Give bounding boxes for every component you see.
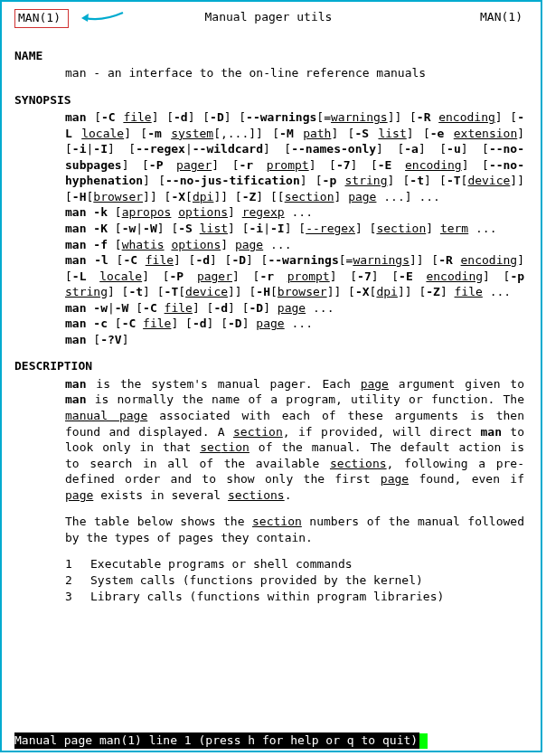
manpage-header: MAN(1) Manual pager utils MAN(1) (14, 9, 528, 28)
section-title-synopsis: SYNOPSIS (14, 92, 528, 109)
header-left-highlight: MAN(1) (14, 9, 69, 28)
list-item: 1 Executable programs or shell commands (65, 556, 528, 572)
synopsis-block-5: man -l [-C file] [-d] [-D] [--warnings[=… (65, 252, 524, 300)
synopsis-block-4: man -f [whatis options] page ... (65, 237, 524, 253)
section-title-description: DESCRIPTION (14, 358, 528, 374)
description-para-2: The table below shows the section number… (65, 514, 524, 545)
annotation-arrow-icon (80, 11, 125, 24)
status-text: Manual page man(1) line 1 (press h for h… (14, 732, 419, 749)
cursor-icon (419, 733, 428, 749)
manpage-content[interactable]: MAN(1) Manual pager utils MAN(1) NAME ma… (2, 2, 541, 732)
list-item: 3 Library calls (functions within progra… (65, 589, 528, 605)
synopsis-block-7: man -c [-C file] [-d] [-D] page ... (65, 316, 524, 332)
header-center: Manual pager utils (69, 9, 468, 25)
terminal-frame: MAN(1) Manual pager utils MAN(1) NAME ma… (0, 0, 542, 752)
section-list: 1 Executable programs or shell commands … (65, 556, 528, 604)
section-title-name: NAME (14, 48, 528, 64)
synopsis-block-8: man [-?V] (65, 332, 524, 348)
synopsis-block-2: man -k [apropos options] regexp ... (65, 204, 524, 221)
list-item: 2 System calls (functions provided by th… (65, 572, 528, 589)
synopsis-block-6: man -w|-W [-C file] [-d] [-D] page ... (65, 300, 524, 317)
synopsis-block-1: man [-C file] [-d] [-D] [--warnings[=war… (65, 109, 524, 204)
header-right: MAN(1) (468, 9, 528, 25)
name-text: man - an interface to the on-line refere… (65, 65, 524, 81)
description-para-1: man is the system's manual pager. Each p… (65, 376, 524, 503)
synopsis-block-3: man -K [-w|-W] [-S list] [-i|-I] [--rege… (65, 221, 524, 237)
status-bar[interactable]: Manual page man(1) line 1 (press h for h… (2, 732, 541, 749)
